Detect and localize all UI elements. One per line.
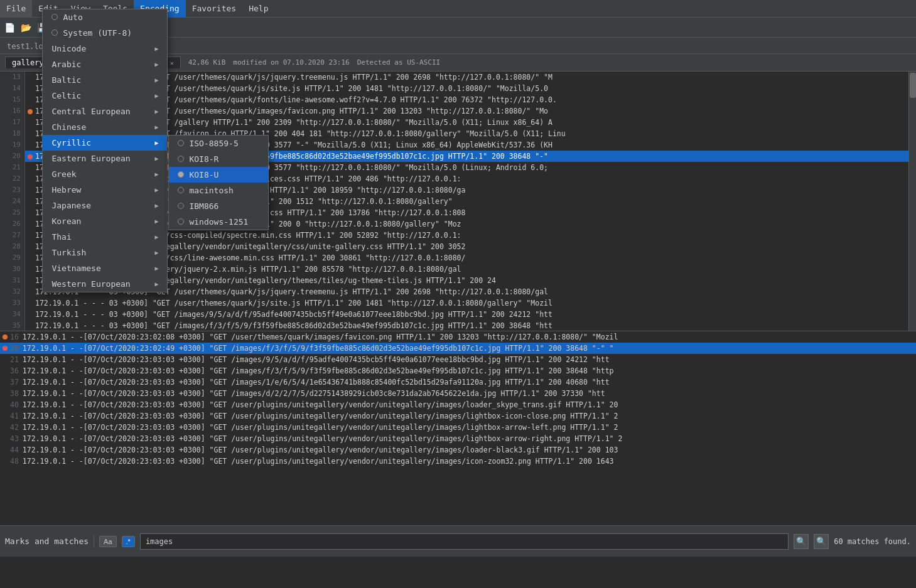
enc-central-european[interactable]: Central European ▶ bbox=[43, 104, 167, 119]
submenu-koi8r[interactable]: KOI8-R bbox=[169, 151, 268, 167]
marks-label: Marks and matches bbox=[5, 537, 89, 546]
radio-macintosh bbox=[178, 187, 184, 193]
enc-celtic[interactable]: Celtic ▶ bbox=[43, 88, 167, 104]
menu-favorites[interactable]: Favorites bbox=[186, 0, 242, 18]
bottom-log-line: 43172.19.0.1 - - [07/Oct/2020:23:03:03 +… bbox=[0, 433, 916, 444]
line-number-gutter: 1314151617181920212223242526272829303132… bbox=[0, 72, 25, 362]
enc-baltic[interactable]: Baltic ▶ bbox=[43, 72, 167, 88]
bottom-log-line: 37172.19.0.1 - - [07/Oct/2020:23:03:03 +… bbox=[0, 377, 916, 388]
enc-turkish[interactable]: Turkish ▶ bbox=[43, 245, 167, 260]
radio-iso8859 bbox=[178, 140, 184, 146]
submenu-koi8u[interactable]: KOI8-U bbox=[169, 167, 268, 183]
bottom-log-line: 48172.19.0.1 - - [07/Oct/2020:23:03:03 +… bbox=[0, 456, 916, 467]
radio-ibm866 bbox=[178, 203, 184, 209]
submenu-macintosh[interactable]: macintosh bbox=[169, 183, 268, 198]
menubar: File Edit View Tools Encoding Favorites … bbox=[0, 0, 916, 18]
enc-cyrillic[interactable]: Cyrillic ▶ ISO-8859-5 KOI8-R bbox=[43, 135, 167, 151]
submenu-windows1251[interactable]: windows-1251 bbox=[169, 214, 268, 230]
submenu-ibm866[interactable]: IBM866 bbox=[169, 198, 268, 214]
search-input[interactable] bbox=[140, 533, 789, 550]
menu-help[interactable]: Help bbox=[242, 0, 274, 18]
open-file-button[interactable]: 📂 bbox=[19, 21, 33, 35]
bottom-log-line: 20172.19.0.1 - - [07/Oct/2020:23:02:49 +… bbox=[0, 343, 916, 354]
scrollbar-thumb[interactable] bbox=[910, 73, 916, 98]
encoding-menu: Auto System (UTF-8) Unicode ▶ Arabic ▶ bbox=[42, 9, 168, 292]
enc-thai[interactable]: Thai ▶ bbox=[43, 229, 167, 245]
tab-label-test1log: test1.log bbox=[7, 42, 48, 51]
enc-auto[interactable]: Auto bbox=[43, 9, 167, 25]
enc-hebrew[interactable]: Hebrew ▶ bbox=[43, 182, 167, 198]
new-file-button[interactable]: 📄 bbox=[3, 21, 16, 35]
submenu-iso8859[interactable]: ISO-8859-5 bbox=[169, 136, 268, 151]
enc-western-european[interactable]: Western European ▶ bbox=[43, 276, 167, 292]
bottom-content[interactable]: 16172.19.0.1 - - [07/Oct/2020:23:02:08 +… bbox=[0, 331, 916, 467]
enc-korean[interactable]: Korean ▶ bbox=[43, 213, 167, 229]
bottom-log-line: 21172.19.0.1 - - [07/Oct/2020:23:03:03 +… bbox=[0, 354, 916, 365]
line-bullet bbox=[28, 109, 33, 114]
log-line: 172.19.0.1 - - - 03 +0300] "GET /images/… bbox=[25, 320, 908, 331]
menu-file[interactable]: File bbox=[0, 0, 32, 18]
bottom-log-line: 41172.19.0.1 - - [07/Oct/2020:23:03:03 +… bbox=[0, 410, 916, 422]
search-prev-button[interactable]: 🔍 bbox=[794, 534, 809, 549]
case-sensitive-button[interactable]: Aa bbox=[99, 536, 116, 547]
line-bullet bbox=[28, 154, 33, 159]
line-bullet bbox=[3, 346, 8, 351]
enc-system-utf8[interactable]: System (UTF-8) bbox=[43, 25, 167, 41]
radio-koi8r bbox=[178, 156, 184, 162]
match-count: 60 matches found. bbox=[834, 537, 911, 546]
radio-koi8u bbox=[178, 171, 184, 178]
marks-bar: Marks and matches Aa .* 🔍 🔍 60 matches f… bbox=[0, 525, 916, 557]
enc-arabic[interactable]: Arabic ▶ bbox=[43, 56, 167, 72]
enc-vietnamese[interactable]: Vietnamese ▶ bbox=[43, 260, 167, 276]
bottom-log-line: 16172.19.0.1 - - [07/Oct/2020:23:02:08 +… bbox=[0, 331, 916, 343]
file-modified: modified on 07.10.2020 23:16 bbox=[233, 58, 349, 67]
file-detected-encoding: Detected as US-ASCII bbox=[357, 58, 440, 67]
cyrillic-submenu: ISO-8859-5 KOI8-R KOI8-U macintosh bbox=[168, 135, 269, 230]
file-size: 42,86 KiB bbox=[188, 58, 226, 67]
bottom-log-line: 40172.19.0.1 - - [07/Oct/2020:23:03:03 +… bbox=[0, 399, 916, 410]
bottom-log-line: 38172.19.0.1 - - [07/Oct/2020:23:03:03 +… bbox=[0, 388, 916, 399]
bottom-log-line: 36172.19.0.1 - - [07/Oct/2020:23:03:03 +… bbox=[0, 365, 916, 377]
log-line: 172.19.0.1 - - - 03 +0300] "GET /user/th… bbox=[25, 297, 908, 309]
log-line: 172.19.0.1 - - - 03 +0300] "GET /images/… bbox=[25, 309, 908, 320]
bottom-log-line: 44172.19.0.1 - - [07/Oct/2020:23:03:03 +… bbox=[0, 444, 916, 456]
bottom-matches-panel: 16172.19.0.1 - - [07/Oct/2020:23:02:08 +… bbox=[0, 331, 916, 494]
enc-eastern-european[interactable]: Eastern European ▶ bbox=[43, 151, 167, 166]
vertical-scrollbar[interactable] bbox=[908, 72, 916, 362]
enc-chinese[interactable]: Chinese ▶ bbox=[43, 119, 167, 135]
line-bullet bbox=[3, 334, 8, 339]
radio-windows1251 bbox=[178, 218, 184, 225]
separator bbox=[94, 535, 94, 548]
enc-japanese[interactable]: Japanese ▶ bbox=[43, 198, 167, 213]
enc-unicode[interactable]: Unicode ▶ bbox=[43, 41, 167, 56]
close-file-tab[interactable]: ✕ bbox=[170, 60, 174, 67]
regex-button[interactable]: .* bbox=[122, 536, 135, 547]
bottom-log-line: 42172.19.0.1 - - [07/Oct/2020:23:03:03 +… bbox=[0, 422, 916, 433]
search-next-button[interactable]: 🔍 bbox=[814, 534, 829, 549]
enc-greek[interactable]: Greek ▶ bbox=[43, 166, 167, 182]
